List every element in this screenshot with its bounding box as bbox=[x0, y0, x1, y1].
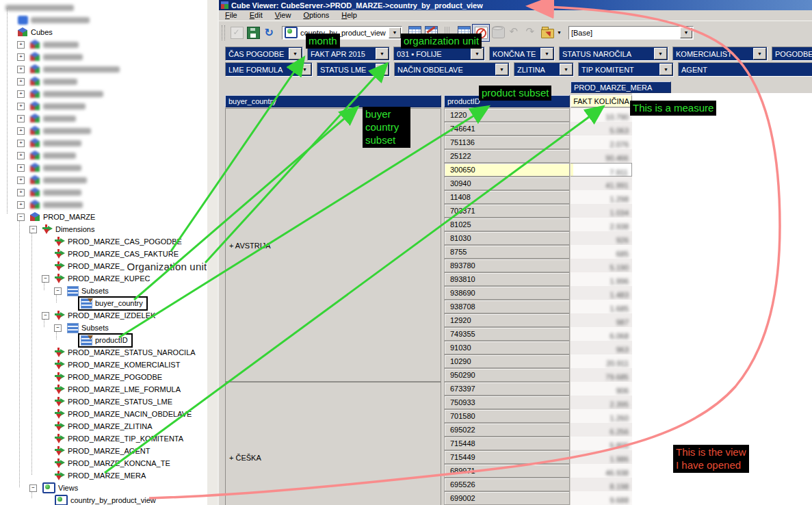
tree-item[interactable] bbox=[0, 14, 207, 26]
productid-cell[interactable]: 300650 bbox=[444, 163, 570, 177]
tree-item[interactable]: + bbox=[0, 63, 207, 75]
value-cell[interactable]: 1.996 bbox=[571, 272, 632, 286]
tree-item-dimensions[interactable]: − Dimensions bbox=[0, 223, 207, 235]
chevron-down-icon[interactable]: ▼ bbox=[471, 48, 484, 60]
tree-expander-toggle[interactable]: − bbox=[54, 324, 62, 332]
chevron-down-icon[interactable]: ▼ bbox=[376, 64, 389, 75]
tree-item[interactable]: + bbox=[0, 75, 207, 88]
value-cell[interactable]: 9.688 bbox=[571, 491, 632, 505]
productid-cell[interactable]: 893780 bbox=[444, 259, 570, 272]
tree-item[interactable]: PROD_MARZE_STATUS_NAROCILA bbox=[0, 346, 207, 359]
value-cell[interactable]: 41.991 bbox=[571, 177, 632, 190]
tree-expander-toggle[interactable]: + bbox=[17, 90, 25, 98]
productid-cell[interactable]: 715449 bbox=[444, 450, 570, 464]
view-selector-combo[interactable]: country_by_product_view ▼ bbox=[282, 26, 402, 40]
tree-item[interactable]: PROD_MARZE_STATUS_LME bbox=[0, 396, 207, 408]
tree-item[interactable]: − Subsets bbox=[0, 322, 207, 334]
tree-item[interactable]: PROD_MARZE_CAS_FAKTURE bbox=[0, 248, 207, 260]
tree-item-views[interactable]: − Views bbox=[0, 482, 207, 494]
export-button[interactable] bbox=[539, 24, 555, 40]
table-button[interactable] bbox=[456, 24, 472, 40]
tree-item[interactable]: + bbox=[0, 112, 207, 125]
value-cell[interactable]: 6.068 bbox=[571, 327, 632, 341]
menu-item[interactable]: View bbox=[269, 10, 298, 21]
value-cell[interactable]: 5.063 bbox=[571, 122, 632, 135]
tree-item[interactable]: PROD_MARZE_ZLITINA bbox=[0, 420, 207, 432]
tree-item[interactable]: PROD_MARZE_TIP_KOMITENTA bbox=[0, 432, 207, 445]
tree-expander-toggle[interactable]: + bbox=[17, 127, 25, 135]
tree-expander-toggle[interactable]: + bbox=[17, 103, 25, 110]
menu-item[interactable]: Edit bbox=[244, 10, 269, 21]
productid-cell[interactable]: 938708 bbox=[444, 300, 570, 313]
slice-button[interactable] bbox=[406, 24, 423, 40]
tree-item[interactable]: + bbox=[0, 88, 207, 100]
tree-item[interactable]: − Subsets bbox=[0, 285, 207, 297]
productid-cell[interactable]: 749355 bbox=[444, 327, 570, 341]
productid-cell[interactable]: 699002 bbox=[444, 491, 570, 505]
productid-cell[interactable]: 701580 bbox=[444, 409, 570, 423]
dimension-combo[interactable]: STATUS LME ▼ bbox=[317, 62, 390, 77]
tree-item[interactable]: + bbox=[0, 100, 207, 112]
dimension-combo[interactable]: POGODBE bbox=[772, 47, 812, 61]
tree-expander-toggle[interactable]: − bbox=[42, 275, 49, 283]
value-cell[interactable]: 1.298 bbox=[571, 190, 632, 204]
tree-item[interactable]: PROD_MARZE_NACIN_OBDELAVE bbox=[0, 408, 207, 420]
tree-expander-toggle[interactable]: + bbox=[17, 53, 25, 61]
tree-item[interactable]: PROD_MARZE_ Organization unit bbox=[0, 260, 207, 272]
tree-item[interactable]: + bbox=[0, 198, 207, 211]
tree-item[interactable]: PROD_MARZE_LME_FORMULA bbox=[0, 383, 207, 396]
tree-scrollbar[interactable] bbox=[207, 0, 218, 505]
tree-item-productid[interactable]: productID bbox=[0, 334, 207, 346]
chevron-down-icon[interactable]: ▼ bbox=[654, 48, 667, 60]
undo-button[interactable] bbox=[506, 24, 523, 40]
value-cell[interactable]: 2.395 bbox=[571, 396, 632, 409]
value-cell[interactable]: 685 bbox=[571, 245, 632, 259]
value-cell[interactable]: 987 bbox=[571, 313, 632, 327]
value-cell[interactable]: 1.483 bbox=[571, 286, 632, 300]
redo-button[interactable] bbox=[523, 24, 539, 40]
dimension-combo[interactable]: LME FORMULA ▼ bbox=[225, 62, 313, 77]
tree-item[interactable]: + bbox=[0, 149, 207, 161]
productid-cell[interactable]: 950290 bbox=[444, 368, 570, 382]
productid-cell[interactable]: 750933 bbox=[444, 396, 570, 409]
row-axis-header[interactable]: buyer_country bbox=[225, 95, 441, 107]
dimension-combo[interactable]: AGENT bbox=[678, 62, 812, 77]
value-cell[interactable]: 79.685 bbox=[571, 368, 632, 382]
productid-cell[interactable]: 703371 bbox=[444, 204, 570, 218]
toolbar-grip[interactable] bbox=[222, 25, 225, 40]
tree-expander-toggle[interactable]: − bbox=[42, 312, 49, 320]
tree-expander-toggle[interactable]: + bbox=[17, 177, 25, 184]
tree-item[interactable]: PROD_MARZE_AGENT bbox=[0, 445, 207, 457]
columns-button[interactable] bbox=[439, 24, 456, 40]
chevron-down-icon[interactable]: ▼ bbox=[680, 27, 692, 38]
productid-cell[interactable]: 30940 bbox=[444, 177, 570, 190]
productid-cell[interactable]: 81025 bbox=[444, 218, 570, 231]
chevron-down-icon[interactable]: ▼ bbox=[298, 64, 311, 75]
tree-item[interactable]: PROD_MARZE_CAS_POGODBE bbox=[0, 235, 207, 248]
tree-item[interactable]: − PROD_MARZE_KUPEC bbox=[0, 272, 207, 285]
tree-expander-toggle[interactable]: + bbox=[17, 66, 25, 73]
productid-cell[interactable]: 746641 bbox=[444, 122, 570, 135]
recalculate-button[interactable] bbox=[228, 25, 245, 41]
chevron-down-icon[interactable]: ▼ bbox=[753, 48, 766, 60]
value-cell[interactable]: 10.790 bbox=[571, 108, 632, 122]
tree-item[interactable]: + bbox=[0, 186, 207, 198]
value-cell[interactable]: 1.260 bbox=[571, 409, 632, 423]
value-cell[interactable]: 6.256 bbox=[571, 423, 632, 437]
dimension-combo[interactable]: 031 ▪ FOLIJE ▼ bbox=[393, 47, 485, 61]
tree-item[interactable] bbox=[0, 1, 207, 14]
dimension-combo[interactable]: ČAS POGODBE ▼ bbox=[225, 47, 303, 61]
suspend-update-button[interactable] bbox=[472, 24, 490, 42]
dimension-combo[interactable]: ZLITINA ▼ bbox=[514, 62, 574, 77]
tree-item[interactable]: + bbox=[0, 125, 207, 137]
menu-item[interactable]: Options bbox=[297, 10, 335, 21]
tree-item[interactable]: PROD_MARZE_KONCNA_TE bbox=[0, 457, 207, 469]
chevron-down-icon[interactable]: ▼ bbox=[560, 64, 573, 75]
refresh-button[interactable] bbox=[261, 25, 278, 41]
tree-expander-toggle[interactable]: − bbox=[17, 213, 25, 221]
tree-expander-toggle[interactable]: − bbox=[54, 287, 62, 295]
dimension-combo[interactable]: KONČNA TE ▼ bbox=[489, 47, 555, 61]
tree-item-country-by-product-view[interactable]: country_by_product_view bbox=[0, 494, 207, 505]
tree-expander-toggle[interactable]: + bbox=[17, 41, 25, 49]
value-cell[interactable]: 90.466 bbox=[571, 149, 632, 163]
